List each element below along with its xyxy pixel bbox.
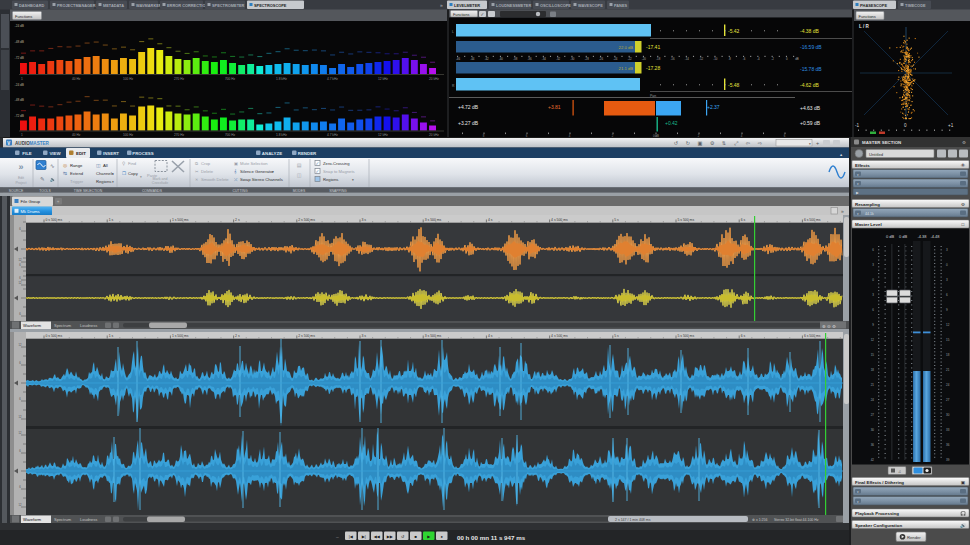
svg-text:-24 dB: -24 dB — [15, 24, 24, 28]
svg-text:-17.41: -17.41 — [646, 44, 660, 50]
svg-text:Final Effects / Dithering: Final Effects / Dithering — [855, 480, 904, 485]
svg-text:5 s: 5 s — [614, 334, 619, 338]
svg-text:100 Hz: 100 Hz — [123, 77, 134, 81]
svg-text:Untitled: Untitled — [869, 152, 884, 157]
svg-text:⚙: ⚙ — [962, 140, 966, 145]
svg-text:-20: -20 — [642, 57, 647, 61]
svg-text:12 kHz: 12 kHz — [378, 77, 388, 81]
svg-text:Crossfade: Crossfade — [152, 181, 168, 185]
svg-text:TIMECODE: TIMECODE — [905, 3, 926, 8]
svg-text:-17.28: -17.28 — [646, 65, 660, 71]
svg-text:+0.42: +0.42 — [665, 120, 678, 126]
svg-text:»: » — [440, 2, 443, 8]
svg-text:▾: ▾ — [112, 180, 114, 184]
svg-text:-44: -44 — [470, 57, 475, 61]
svg-text:RENDER: RENDER — [298, 151, 317, 156]
svg-text:+0.59 dB: +0.59 dB — [800, 120, 821, 126]
svg-text:Delete: Delete — [201, 169, 214, 174]
svg-text:-16: -16 — [670, 57, 675, 61]
svg-text:⊕️ x 1:256: ⊕️ x 1:256 — [752, 518, 767, 522]
svg-text:+3.27 dB: +3.27 dB — [458, 120, 479, 126]
svg-text:FILE: FILE — [22, 151, 32, 156]
svg-text:Functions: Functions — [15, 14, 32, 19]
svg-text:PROJECTMANAGER: PROJECTMANAGER — [57, 3, 96, 8]
svg-text:❐: ❐ — [122, 171, 126, 176]
svg-text:⇨: ⇨ — [758, 140, 763, 146]
svg-text:+: + — [816, 140, 819, 146]
svg-text:DASHBOARD: DASHBOARD — [19, 3, 44, 8]
svg-text:0 dB: 0 dB — [899, 234, 908, 239]
svg-text:4 s 500 ms: 4 s 500 ms — [551, 334, 568, 338]
svg-text:SNAPPING: SNAPPING — [329, 189, 347, 193]
svg-text:-5.48: -5.48 — [728, 82, 740, 88]
svg-text:Snap to Magnets: Snap to Magnets — [323, 169, 355, 174]
svg-text:3 s 500 ms: 3 s 500 ms — [425, 334, 442, 338]
svg-text:5 s: 5 s — [614, 218, 619, 222]
svg-text:Silence Generator: Silence Generator — [240, 169, 274, 174]
svg-text:-4.38: -4.38 — [917, 234, 927, 239]
svg-text:-5.42: -5.42 — [728, 28, 740, 34]
svg-text:1: 1 — [21, 77, 23, 81]
svg-text:Render: Render — [907, 535, 921, 540]
svg-text:◫: ◫ — [297, 172, 302, 178]
svg-text:Master Level: Master Level — [855, 222, 882, 227]
svg-text:↹: ↹ — [63, 171, 67, 176]
svg-text:30: 30 — [871, 428, 875, 432]
svg-text:24: 24 — [946, 383, 950, 387]
svg-text:ERROR CORRECTION: ERROR CORRECTION — [167, 3, 208, 8]
svg-text:270 Hz: 270 Hz — [174, 77, 185, 81]
svg-text:36: 36 — [871, 443, 875, 447]
svg-text:-24 dB: -24 dB — [15, 83, 24, 87]
svg-text:12: 12 — [946, 323, 950, 327]
svg-text:12: 12 — [871, 338, 875, 342]
svg-text:1.8 kHz: 1.8 kHz — [276, 133, 287, 137]
svg-text:AUDIO: AUDIO — [15, 141, 30, 146]
svg-text:VIEW: VIEW — [49, 151, 61, 156]
svg-text:2 s 147 / 1 min 408 ms: 2 s 147 / 1 min 408 ms — [615, 518, 651, 522]
svg-text:TIME SELECTION: TIME SELECTION — [74, 189, 103, 193]
svg-text:Resampling: Resampling — [855, 202, 880, 207]
svg-text:-14: -14 — [685, 57, 690, 61]
svg-text:Crop: Crop — [201, 161, 211, 166]
svg-text:27: 27 — [946, 398, 950, 402]
svg-text:▾: ▾ — [272, 170, 274, 174]
svg-text:Extend: Extend — [70, 171, 84, 176]
svg-text:-4.48: -4.48 — [930, 234, 940, 239]
svg-text:WAVMARKER: WAVMARKER — [136, 3, 162, 8]
svg-text:1 s: 1 s — [109, 334, 114, 338]
svg-text:🔈: 🔈 — [50, 176, 56, 183]
svg-text:-48 dB: -48 dB — [15, 98, 24, 102]
svg-text:▶|: ▶| — [362, 534, 366, 539]
svg-text:5 s 500 ms: 5 s 500 ms — [678, 334, 695, 338]
svg-text:∿: ∿ — [50, 163, 55, 169]
svg-text:4 s: 4 s — [488, 334, 493, 338]
svg-text:Copy: Copy — [128, 171, 139, 176]
svg-text:◎: ◎ — [63, 163, 67, 168]
svg-text:SPECTROSCOPE: SPECTROSCOPE — [254, 3, 287, 8]
svg-text:1 s: 1 s — [109, 218, 114, 222]
svg-text:✕: ✕ — [195, 177, 198, 182]
svg-text:PHASESCOPE: PHASESCOPE — [860, 3, 887, 8]
svg-text:□: □ — [962, 222, 965, 227]
svg-text:6 s: 6 s — [741, 334, 746, 338]
svg-text:OSCILLOSCOPE: OSCILLOSCOPE — [540, 3, 571, 8]
svg-text:PROCESS: PROCESS — [132, 151, 154, 156]
svg-text:2 s: 2 s — [235, 334, 240, 338]
svg-text:🎧: 🎧 — [960, 510, 966, 517]
svg-text:TOOLS: TOOLS — [39, 189, 51, 193]
svg-text:0 s 500 ms: 0 s 500 ms — [46, 334, 63, 338]
svg-text:2 s: 2 s — [235, 218, 240, 222]
svg-text:Project: Project — [15, 181, 26, 185]
svg-text:▾: ▾ — [809, 142, 811, 146]
svg-text:▾: ▾ — [140, 175, 142, 179]
svg-text:0 s 500 ms: 0 s 500 ms — [46, 218, 63, 222]
svg-text:3 s 500 ms: 3 s 500 ms — [425, 218, 442, 222]
svg-text:👁: 👁 — [961, 163, 966, 168]
svg-text:-46: -46 — [456, 57, 461, 61]
svg-text:-2: -2 — [771, 57, 774, 61]
svg-text:Smooth Delete: Smooth Delete — [201, 177, 229, 182]
svg-text:6 s 500 ms: 6 s 500 ms — [804, 334, 821, 338]
svg-text:24: 24 — [871, 398, 875, 402]
svg-text:Edit: Edit — [18, 176, 24, 180]
svg-text:0: 0 — [904, 123, 907, 128]
